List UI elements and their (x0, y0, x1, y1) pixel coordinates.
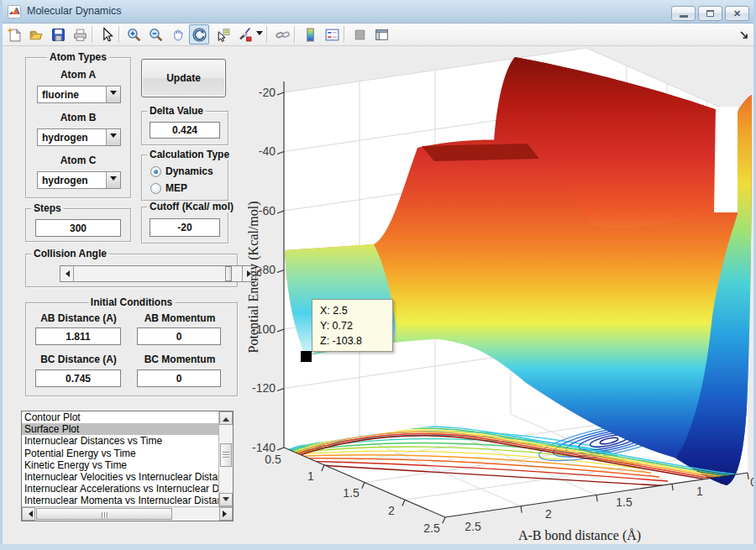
window-border-left (0, 0, 3, 550)
list-item-internuclear-velocities[interactable]: Internuclear Velocities vs Internuclear … (22, 471, 218, 483)
pan-button[interactable] (167, 24, 187, 45)
delta-value-field[interactable] (150, 122, 220, 139)
minimize-button[interactable] (671, 6, 696, 21)
datatip[interactable]: X: 2.5 Y: 0.72 Z: -103.8 (312, 299, 393, 352)
edit-plot-arrow-icon (99, 27, 115, 43)
brush-dropdown-button[interactable] (255, 24, 265, 45)
radio-checked-icon (150, 166, 161, 177)
listbox-vertical-scrollbar[interactable] (218, 411, 233, 506)
ab-momentum-field[interactable] (137, 327, 221, 345)
list-item-contour-plot[interactable]: Contour Plot (22, 411, 218, 423)
atom-c-dropdown-button[interactable] (106, 172, 120, 188)
legend-icon (324, 27, 340, 43)
mep-radio[interactable]: MEP (150, 182, 187, 194)
wall-gap (714, 107, 738, 212)
scroll-down-button[interactable] (219, 493, 233, 506)
colorbar-button[interactable] (300, 24, 320, 45)
hide-plot-tools-icon (352, 27, 368, 43)
print-button[interactable] (70, 24, 90, 45)
scroll-up-button[interactable] (219, 411, 233, 425)
maximize-button[interactable] (698, 6, 722, 21)
atom-c-label: Atom C (25, 155, 131, 166)
hide-plot-tools-button[interactable] (349, 24, 370, 45)
thumb-grip (221, 452, 231, 458)
svg-text:-20: -20 (259, 86, 276, 99)
ab-distance-field[interactable] (35, 327, 121, 345)
datatip-x: X: 2.5 (320, 303, 392, 318)
close-button[interactable]: ✕ (725, 6, 749, 21)
show-plot-tools-button[interactable] (371, 24, 391, 45)
titlebar[interactable]: Molecular Dynamics ✕ (0, 0, 756, 24)
datatip-z: Z: -103.8 (320, 333, 392, 348)
arrow-right-icon (223, 511, 230, 517)
zoom-in-button[interactable] (123, 24, 144, 45)
steps-title: Steps (31, 202, 64, 214)
steps-field[interactable] (35, 219, 121, 237)
list-item-internuclear-momenta[interactable]: Internuclear Momenta vs Internuclear Dis… (22, 495, 218, 506)
ab-distance-label: AB Distance (A) (30, 312, 127, 324)
update-button[interactable]: Update (141, 59, 226, 97)
rotate-3d-button[interactable] (189, 24, 209, 45)
close-icon: ✕ (733, 9, 741, 18)
bc-momentum-label: BC Momentum (133, 354, 227, 365)
app-window: Molecular Dynamics ✕ (0, 0, 756, 550)
open-file-button[interactable] (26, 24, 46, 45)
link-plot-button[interactable] (272, 24, 292, 45)
cutoff-field[interactable] (150, 218, 220, 237)
zoom-in-icon (126, 27, 142, 43)
list-item-potential-energy[interactable]: Potential Energy vs Time (22, 448, 218, 459)
vertical-scroll-thumb[interactable] (220, 443, 232, 467)
listbox-horizontal-scrollbar[interactable] (22, 506, 233, 521)
restore-icon (706, 10, 714, 17)
data-cursor-button[interactable] (213, 24, 233, 45)
bc-distance-field[interactable] (35, 369, 121, 387)
datatip-y: Y: 0.72 (320, 318, 392, 333)
thumb-grip (37, 512, 171, 518)
plot-type-listbox[interactable]: Contour Plot Surface Plot Internuclear D… (21, 411, 234, 521)
collision-angle-panel: Collision Angle (25, 254, 238, 287)
slider-left-button[interactable] (60, 266, 74, 281)
scroll-left-button[interactable] (22, 507, 35, 521)
atom-a-dropdown-button[interactable] (106, 86, 120, 102)
arrow-up-icon (223, 414, 229, 422)
edit-plot-button[interactable] (97, 24, 117, 45)
mep-radio-label: MEP (165, 182, 187, 194)
window-border-bottom (0, 544, 756, 550)
svg-text:2.5: 2.5 (423, 521, 440, 535)
dynamics-radio[interactable]: Dynamics (150, 165, 213, 177)
save-button[interactable] (48, 24, 68, 45)
collision-angle-slider[interactable] (60, 265, 256, 282)
list-item-surface-plot[interactable]: Surface Plot (22, 423, 218, 435)
scroll-right-button[interactable] (219, 507, 233, 521)
surface-plot-axes[interactable]: -20 -40 -60 -80 -100 -120 -140 0.5 1 1.5… (248, 46, 756, 543)
atom-b-dropdown[interactable]: hydrogen (37, 128, 121, 146)
slider-thumb[interactable] (225, 266, 232, 281)
svg-text:-40: -40 (259, 144, 276, 158)
x-axis-label: A-B bond distance (Å) (518, 528, 641, 543)
brush-button[interactable] (234, 24, 255, 45)
toolbar-overflow-button[interactable] (739, 29, 749, 44)
toolbar-separator (344, 26, 344, 43)
atom-a-dropdown[interactable]: fluorine (37, 86, 121, 103)
legend-button[interactable] (322, 24, 342, 45)
arrow-left-icon (25, 511, 33, 517)
zoom-out-button[interactable] (145, 24, 165, 45)
delta-value-title: Delta Value (147, 105, 206, 117)
new-figure-button[interactable] (4, 24, 24, 45)
overflow-arrow-icon (739, 30, 749, 40)
atom-c-value: hydrogen (38, 172, 106, 188)
svg-text:2: 2 (388, 504, 395, 517)
pan-hand-icon (170, 27, 186, 43)
bc-distance-label: BC Distance (A) (30, 354, 127, 365)
bc-momentum-field[interactable] (137, 369, 221, 387)
chevron-down-icon (110, 176, 117, 184)
atom-b-dropdown-button[interactable] (106, 129, 120, 145)
list-item-kinetic-energy[interactable]: Kinetic Energy vs Time (22, 459, 218, 471)
list-item-internuclear-accelerations[interactable]: Internuclear Accelerations vs Internucle… (22, 483, 218, 495)
datatip-marker[interactable] (301, 351, 312, 362)
atom-c-dropdown[interactable]: hydrogen (37, 171, 121, 189)
horizontal-scroll-thumb[interactable] (36, 508, 172, 520)
svg-text:2: 2 (545, 507, 552, 521)
svg-text:-80: -80 (259, 263, 276, 276)
list-item-internuclear-distances[interactable]: Internuclear Distances vs Time (22, 435, 218, 447)
